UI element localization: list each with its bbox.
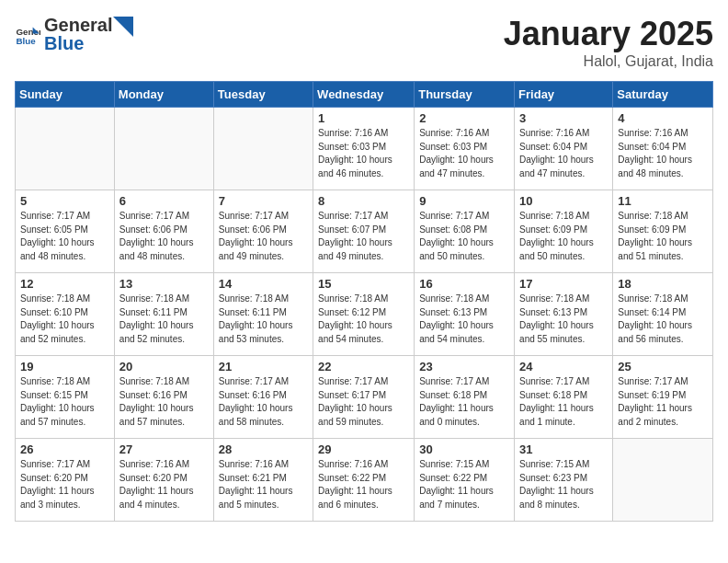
day-cell: 25Sunrise: 7:17 AM Sunset: 6:19 PM Dayli… bbox=[613, 356, 713, 439]
day-info: Sunrise: 7:18 AM Sunset: 6:10 PM Dayligh… bbox=[20, 293, 109, 346]
day-number: 1 bbox=[318, 111, 409, 125]
day-cell bbox=[16, 108, 115, 190]
day-cell: 11Sunrise: 7:18 AM Sunset: 6:09 PM Dayli… bbox=[613, 190, 713, 273]
day-info: Sunrise: 7:18 AM Sunset: 6:15 PM Dayligh… bbox=[20, 375, 109, 429]
day-number: 28 bbox=[219, 442, 308, 456]
day-number: 3 bbox=[519, 111, 608, 125]
day-cell: 10Sunrise: 7:18 AM Sunset: 6:09 PM Dayli… bbox=[515, 190, 613, 273]
day-cell: 5Sunrise: 7:17 AM Sunset: 6:05 PM Daylig… bbox=[16, 190, 115, 273]
week-row-4: 19Sunrise: 7:18 AM Sunset: 6:15 PM Dayli… bbox=[16, 356, 713, 439]
svg-marker-3 bbox=[113, 17, 133, 37]
day-cell: 12Sunrise: 7:18 AM Sunset: 6:10 PM Dayli… bbox=[16, 273, 115, 356]
day-number: 12 bbox=[20, 277, 109, 291]
day-number: 18 bbox=[618, 277, 708, 291]
day-info: Sunrise: 7:17 AM Sunset: 6:20 PM Dayligh… bbox=[20, 458, 109, 511]
day-number: 26 bbox=[20, 442, 109, 456]
day-info: Sunrise: 7:18 AM Sunset: 6:13 PM Dayligh… bbox=[519, 293, 608, 346]
day-info: Sunrise: 7:16 AM Sunset: 6:20 PM Dayligh… bbox=[119, 458, 209, 511]
day-info: Sunrise: 7:16 AM Sunset: 6:22 PM Dayligh… bbox=[318, 458, 409, 511]
day-number: 13 bbox=[119, 277, 209, 291]
week-row-3: 12Sunrise: 7:18 AM Sunset: 6:10 PM Dayli… bbox=[16, 273, 713, 356]
day-cell: 27Sunrise: 7:16 AM Sunset: 6:20 PM Dayli… bbox=[114, 439, 213, 522]
day-number: 27 bbox=[119, 442, 209, 456]
day-number: 21 bbox=[219, 360, 308, 373]
day-cell: 14Sunrise: 7:18 AM Sunset: 6:11 PM Dayli… bbox=[213, 273, 313, 356]
weekday-header-thursday: Thursday bbox=[415, 82, 515, 108]
day-number: 11 bbox=[618, 194, 708, 208]
day-cell bbox=[114, 108, 213, 190]
day-info: Sunrise: 7:16 AM Sunset: 6:03 PM Dayligh… bbox=[318, 127, 409, 180]
day-info: Sunrise: 7:16 AM Sunset: 6:03 PM Dayligh… bbox=[419, 127, 509, 180]
day-info: Sunrise: 7:18 AM Sunset: 6:14 PM Dayligh… bbox=[618, 293, 708, 346]
day-cell: 8Sunrise: 7:17 AM Sunset: 6:07 PM Daylig… bbox=[313, 190, 415, 273]
week-row-1: 1Sunrise: 7:16 AM Sunset: 6:03 PM Daylig… bbox=[16, 108, 713, 190]
day-info: Sunrise: 7:17 AM Sunset: 6:17 PM Dayligh… bbox=[318, 375, 409, 429]
day-number: 22 bbox=[318, 360, 409, 373]
week-row-5: 26Sunrise: 7:17 AM Sunset: 6:20 PM Dayli… bbox=[16, 439, 713, 522]
day-number: 6 bbox=[119, 194, 209, 208]
day-cell bbox=[613, 439, 713, 522]
day-info: Sunrise: 7:17 AM Sunset: 6:18 PM Dayligh… bbox=[519, 375, 608, 429]
day-number: 17 bbox=[519, 277, 608, 291]
day-info: Sunrise: 7:18 AM Sunset: 6:12 PM Dayligh… bbox=[318, 293, 409, 346]
page-header: General Blue General Blue January 2025 H… bbox=[15, 15, 713, 70]
day-cell: 17Sunrise: 7:18 AM Sunset: 6:13 PM Dayli… bbox=[515, 273, 613, 356]
day-cell: 1Sunrise: 7:16 AM Sunset: 6:03 PM Daylig… bbox=[313, 108, 415, 190]
day-cell: 28Sunrise: 7:16 AM Sunset: 6:21 PM Dayli… bbox=[213, 439, 313, 522]
day-cell: 13Sunrise: 7:18 AM Sunset: 6:11 PM Dayli… bbox=[114, 273, 213, 356]
day-cell: 6Sunrise: 7:17 AM Sunset: 6:06 PM Daylig… bbox=[114, 190, 213, 273]
day-number: 16 bbox=[419, 277, 509, 291]
day-number: 2 bbox=[419, 111, 509, 125]
day-cell bbox=[213, 108, 313, 190]
day-cell: 30Sunrise: 7:15 AM Sunset: 6:22 PM Dayli… bbox=[415, 439, 515, 522]
day-cell: 23Sunrise: 7:17 AM Sunset: 6:18 PM Dayli… bbox=[415, 356, 515, 439]
weekday-header-tuesday: Tuesday bbox=[213, 82, 313, 108]
weekday-header-row: SundayMondayTuesdayWednesdayThursdayFrid… bbox=[16, 82, 713, 108]
day-number: 15 bbox=[318, 277, 409, 291]
day-info: Sunrise: 7:17 AM Sunset: 6:06 PM Dayligh… bbox=[219, 210, 308, 263]
day-info: Sunrise: 7:18 AM Sunset: 6:11 PM Dayligh… bbox=[219, 293, 308, 346]
day-number: 19 bbox=[20, 360, 109, 373]
day-info: Sunrise: 7:17 AM Sunset: 6:08 PM Dayligh… bbox=[419, 210, 509, 263]
weekday-header-monday: Monday bbox=[114, 82, 213, 108]
day-cell: 4Sunrise: 7:16 AM Sunset: 6:04 PM Daylig… bbox=[613, 108, 713, 190]
day-number: 24 bbox=[519, 360, 608, 373]
day-info: Sunrise: 7:16 AM Sunset: 6:04 PM Dayligh… bbox=[519, 127, 608, 180]
logo-triangle-icon bbox=[113, 17, 133, 37]
day-info: Sunrise: 7:18 AM Sunset: 6:11 PM Dayligh… bbox=[119, 293, 209, 346]
day-info: Sunrise: 7:16 AM Sunset: 6:21 PM Dayligh… bbox=[219, 458, 308, 511]
day-cell: 26Sunrise: 7:17 AM Sunset: 6:20 PM Dayli… bbox=[16, 439, 115, 522]
day-info: Sunrise: 7:15 AM Sunset: 6:22 PM Dayligh… bbox=[419, 458, 509, 511]
day-number: 8 bbox=[318, 194, 409, 208]
calendar-title: January 2025 bbox=[504, 15, 713, 53]
weekday-header-wednesday: Wednesday bbox=[313, 82, 415, 108]
day-info: Sunrise: 7:16 AM Sunset: 6:04 PM Dayligh… bbox=[618, 127, 708, 180]
day-cell: 24Sunrise: 7:17 AM Sunset: 6:18 PM Dayli… bbox=[515, 356, 613, 439]
title-block: January 2025 Halol, Gujarat, India bbox=[504, 15, 713, 70]
day-cell: 20Sunrise: 7:18 AM Sunset: 6:16 PM Dayli… bbox=[114, 356, 213, 439]
day-info: Sunrise: 7:17 AM Sunset: 6:05 PM Dayligh… bbox=[20, 210, 109, 263]
day-number: 4 bbox=[618, 111, 708, 125]
calendar-subtitle: Halol, Gujarat, India bbox=[504, 53, 713, 70]
day-cell: 3Sunrise: 7:16 AM Sunset: 6:04 PM Daylig… bbox=[515, 108, 613, 190]
day-info: Sunrise: 7:18 AM Sunset: 6:16 PM Dayligh… bbox=[119, 375, 209, 429]
day-number: 23 bbox=[419, 360, 509, 373]
day-info: Sunrise: 7:17 AM Sunset: 6:19 PM Dayligh… bbox=[618, 375, 708, 429]
day-cell: 22Sunrise: 7:17 AM Sunset: 6:17 PM Dayli… bbox=[313, 356, 415, 439]
day-number: 10 bbox=[519, 194, 608, 208]
day-number: 20 bbox=[119, 360, 209, 373]
day-info: Sunrise: 7:17 AM Sunset: 6:16 PM Dayligh… bbox=[219, 375, 308, 429]
day-cell: 7Sunrise: 7:17 AM Sunset: 6:06 PM Daylig… bbox=[213, 190, 313, 273]
week-row-2: 5Sunrise: 7:17 AM Sunset: 6:05 PM Daylig… bbox=[16, 190, 713, 273]
day-info: Sunrise: 7:15 AM Sunset: 6:23 PM Dayligh… bbox=[519, 458, 608, 511]
day-info: Sunrise: 7:18 AM Sunset: 6:09 PM Dayligh… bbox=[618, 210, 708, 263]
day-cell: 19Sunrise: 7:18 AM Sunset: 6:15 PM Dayli… bbox=[16, 356, 115, 439]
logo-icon: General Blue bbox=[15, 22, 40, 48]
day-number: 25 bbox=[618, 360, 708, 373]
day-cell: 2Sunrise: 7:16 AM Sunset: 6:03 PM Daylig… bbox=[415, 108, 515, 190]
svg-text:Blue: Blue bbox=[16, 35, 36, 45]
day-info: Sunrise: 7:17 AM Sunset: 6:18 PM Dayligh… bbox=[419, 375, 509, 429]
day-number: 14 bbox=[219, 277, 308, 291]
day-info: Sunrise: 7:17 AM Sunset: 6:07 PM Dayligh… bbox=[318, 210, 409, 263]
weekday-header-sunday: Sunday bbox=[16, 82, 115, 108]
